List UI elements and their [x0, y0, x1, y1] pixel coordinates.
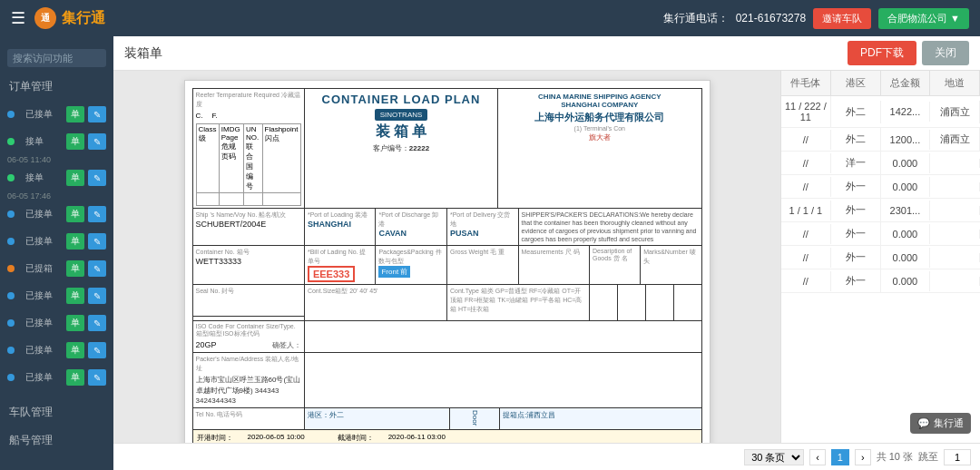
edit-btn-1[interactable]: ✎ — [88, 106, 106, 122]
rp-row-col2: 外一 — [831, 199, 881, 221]
port-discharge-value: CAVAN — [378, 229, 407, 238]
time-row: 开港时间： 2020-06-05 10:00 截港时间： 2020-06-11 … — [192, 430, 702, 443]
company-flag: 旗大者 — [502, 132, 697, 142]
seal-label: Seal No. 封号 — [196, 287, 301, 296]
rp-row-col1: 11 / 222 / 11 — [781, 96, 831, 127]
edit-btn-3[interactable]: ✎ — [88, 170, 106, 186]
invite-button[interactable]: 邀请车队 — [813, 8, 871, 29]
pdf-download-button[interactable]: PDF下载 — [848, 41, 916, 65]
order-btn-4[interactable]: 单 — [66, 206, 84, 222]
clp-document: Reefer Temperature Required 冷藏温度 C. F. C… — [184, 80, 710, 443]
close-button[interactable]: 关闭 — [922, 41, 969, 65]
temp-c: C. — [196, 112, 203, 120]
order-status-label-8: 已接单 — [18, 313, 63, 333]
rp-row-col2: 洋一 — [831, 152, 881, 174]
order-btn-3[interactable]: 单 — [66, 170, 84, 186]
content-area: 装箱单 PDF下载 关闭 Reefer Temperature Required… — [113, 36, 980, 470]
jump-input[interactable] — [944, 449, 971, 465]
rp-row-col4 — [930, 253, 980, 262]
logo-circle: 通 — [34, 7, 56, 29]
rp-row-col4: 浦西立 — [930, 128, 980, 151]
phone-number: 021-61673278 — [736, 12, 806, 24]
order-btn-6[interactable]: 单 — [66, 260, 84, 277]
company-sub: (1) Terminal's Con — [502, 125, 697, 132]
doc-and-panel: Reefer Temperature Required 冷藏温度 C. F. C… — [113, 71, 980, 443]
status-dot-10 — [7, 374, 15, 381]
rp-header-col1: 件毛体 — [781, 71, 831, 95]
right-panel: 件毛体 港区 总金额 地道 11 / 222 / 11 外二 1422... 浦… — [780, 71, 980, 443]
time-label-2: 06-05 11:40 — [0, 155, 113, 164]
search-box — [0, 44, 113, 73]
right-panel-row-6: // 外一 0.000 — [781, 246, 980, 269]
rp-row-col3: 2301... — [881, 201, 931, 220]
ship-port-table: Ship 's Name/Voy No. 船名/航次 SCHUBERT/2004… — [192, 208, 702, 246]
rp-row-col4: 浦西立 — [930, 101, 980, 123]
order-row-3: 接单 单 ✎ — [0, 164, 113, 191]
seal-contsize-table: Seal No. 封号 Cont.Size箱型 20' 40' 45' Cont… — [192, 284, 702, 321]
container-no-value: WETT33333 — [196, 257, 242, 266]
order-btn-2[interactable]: 单 — [66, 133, 84, 150]
order-btn-5[interactable]: 单 — [66, 233, 84, 250]
page-1-button[interactable]: 1 — [831, 449, 849, 465]
container-bol-table: Container No. 箱号 WETT33333 *Bill of Ladi… — [192, 245, 702, 285]
right-panel-row-3: // 外一 0.000 — [781, 175, 980, 199]
search-input[interactable] — [7, 49, 106, 67]
iso-label: ISO Code For Container Size/Type. 箱型/箱型I… — [196, 323, 301, 338]
right-panel-row-1: // 外二 1200... 浦西立 — [781, 128, 980, 152]
clp-main-title: CONTAINER LOAD PLAN — [309, 93, 494, 106]
sidebar-item-ships[interactable]: 船号管理 — [0, 426, 113, 455]
ship-value: SCHUBERT/2004E — [196, 220, 267, 229]
doc-toolbar: 装箱单 PDF下载 关闭 — [113, 36, 980, 71]
edit-btn-7[interactable]: ✎ — [88, 288, 106, 304]
sinotrans-logo: SINOTRANS — [375, 109, 428, 121]
order-btn-1[interactable]: 单 — [66, 106, 84, 122]
order-row-9: 已接单 单 ✎ — [0, 337, 113, 364]
status-dot-8 — [7, 319, 15, 327]
right-panel-row-5: // 外一 0.000 — [781, 222, 980, 246]
per-page-select[interactable]: 30 条页 50 条页 — [744, 449, 804, 465]
port-loading-label: *Port of Loading 装港 — [308, 211, 373, 220]
rp-row-col4 — [930, 182, 980, 191]
edit-btn-4[interactable]: ✎ — [88, 206, 106, 222]
right-panel-row-2: // 洋一 0.000 — [781, 152, 980, 175]
port-info: 港区：外二 — [308, 411, 344, 419]
doc-title: 装箱单 — [124, 45, 162, 62]
wechat-icon: 💬 — [917, 417, 930, 429]
edit-btn-6[interactable]: ✎ — [88, 260, 106, 277]
rp-header-col3: 总金额 — [881, 71, 931, 95]
sidebar-item-fleet[interactable]: 车队管理 — [0, 398, 113, 426]
order-status-label-3: 接单 — [18, 168, 63, 188]
description-label: Desaription of Goods 货 名 — [593, 248, 637, 263]
order-btn-7[interactable]: 单 — [66, 288, 84, 304]
order-btn-9[interactable]: 单 — [66, 342, 84, 358]
hamburger-icon[interactable]: ☰ — [11, 8, 25, 28]
jump-label: 跳至 — [918, 450, 938, 464]
order-status-label-6: 已提箱 — [18, 259, 63, 279]
packages-label: Packages&Packing 件数与包型 — [378, 248, 444, 266]
edit-btn-2[interactable]: ✎ — [88, 133, 106, 150]
right-panel-row-7: // 外一 0.000 — [781, 269, 980, 293]
logistics-button[interactable]: 合肥物流公司 ▼ — [878, 8, 969, 29]
time-label-3: 06-05 17:46 — [0, 191, 113, 201]
doc-toolbar-right: PDF下载 关闭 — [848, 41, 969, 65]
edit-btn-9[interactable]: ✎ — [88, 342, 106, 358]
rp-row-col2: 外二 — [831, 101, 881, 123]
port-delivery-label: *Port of Delivery 交货地 — [450, 211, 515, 229]
rp-header-col2: 港区 — [831, 71, 881, 95]
right-panel-header: 件毛体 港区 总金额 地道 — [781, 71, 980, 96]
order-btn-10[interactable]: 单 — [66, 369, 84, 386]
next-page-button[interactable]: › — [855, 449, 871, 465]
ship-label: Ship 's Name/Voy No. 船名/航次 — [196, 211, 301, 220]
edit-btn-8[interactable]: ✎ — [88, 315, 106, 331]
rp-row-col2: 外一 — [831, 222, 881, 245]
sidebar-item-orders[interactable]: 订单管理 — [0, 73, 113, 101]
edit-btn-10[interactable]: ✎ — [88, 369, 106, 386]
reefer-label: Reefer Temperature Required 冷藏温度 — [196, 91, 301, 109]
order-btn-8[interactable]: 单 — [66, 315, 84, 331]
class-label: Class 级 — [196, 124, 219, 193]
order-row-4: 已接单 单 ✎ — [0, 201, 113, 228]
edit-btn-5[interactable]: ✎ — [88, 233, 106, 250]
rp-row-col2: 外一 — [831, 246, 881, 269]
status-dot-9 — [7, 347, 15, 354]
prev-page-button[interactable]: ‹ — [809, 449, 826, 465]
